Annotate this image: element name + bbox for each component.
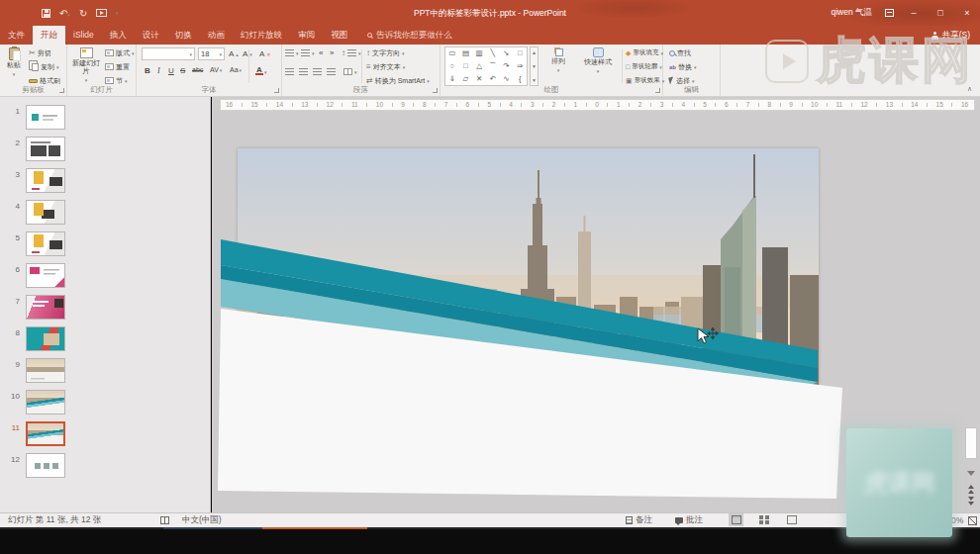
underline-button[interactable]: U: [168, 66, 174, 75]
zoom-level[interactable]: 0%: [951, 513, 963, 527]
slide-thumbnail[interactable]: [26, 453, 65, 478]
text-shadow-button[interactable]: abc: [192, 66, 203, 73]
reading-view-button[interactable]: [784, 513, 799, 526]
quick-styles-button[interactable]: 快速样式▾: [577, 47, 619, 75]
shape-option[interactable]: ╲: [491, 48, 496, 58]
tab-animations[interactable]: 动画: [200, 26, 233, 45]
tab-islide[interactable]: iSlide: [65, 26, 102, 45]
maximize-button[interactable]: □: [933, 8, 947, 18]
tab-transitions[interactable]: 切换: [167, 26, 200, 45]
text-direction-button[interactable]: ↕文字方向▾: [366, 46, 405, 59]
reset-button[interactable]: 重置: [105, 60, 130, 73]
numbering-button[interactable]: ▾: [301, 46, 315, 59]
tab-insert[interactable]: 插入: [102, 26, 135, 45]
decrease-font-button[interactable]: A▾: [243, 47, 252, 60]
shape-option[interactable]: ▱: [463, 74, 469, 84]
arrange-button[interactable]: 排列▾: [543, 47, 573, 74]
slide-thumbnail[interactable]: [26, 200, 65, 225]
tab-review[interactable]: 审阅: [290, 26, 323, 45]
shape-option[interactable]: ↷: [503, 61, 509, 71]
copy-button[interactable]: 复制▾: [29, 60, 59, 73]
save-icon[interactable]: [42, 9, 50, 18]
slide-thumbnail[interactable]: [26, 105, 65, 130]
align-left-button[interactable]: [285, 65, 294, 78]
close-button[interactable]: ×: [960, 8, 974, 18]
shape-option[interactable]: {: [519, 74, 522, 84]
replace-button[interactable]: ab替换▾: [669, 60, 697, 73]
tab-view[interactable]: 视图: [323, 26, 355, 45]
shape-outline-button[interactable]: □形状轮廓▾: [626, 60, 662, 73]
change-case-button[interactable]: Aa▾: [230, 66, 242, 73]
align-center-button[interactable]: [299, 65, 308, 78]
clipboard-dialog-launcher[interactable]: [59, 88, 64, 93]
shape-option[interactable]: ▥: [476, 48, 483, 58]
bold-button[interactable]: B: [145, 66, 150, 75]
shape-option[interactable]: ∿: [503, 74, 509, 84]
paragraph-dialog-launcher[interactable]: [433, 88, 438, 93]
tab-slideshow[interactable]: 幻灯片放映: [233, 26, 291, 45]
line-spacing-button[interactable]: ↕▾: [342, 46, 361, 59]
notes-button[interactable]: 备注: [626, 513, 652, 527]
undo-button[interactable]: ↶▾: [59, 8, 70, 19]
cut-button[interactable]: ✂剪切: [29, 46, 51, 59]
shape-option[interactable]: ▤: [462, 48, 469, 58]
customize-qat-icon[interactable]: ▾: [116, 10, 119, 16]
drawing-dialog-launcher[interactable]: [655, 88, 660, 93]
find-button[interactable]: 查找: [669, 46, 691, 59]
justify-button[interactable]: [327, 65, 336, 78]
spell-check-icon[interactable]: [160, 513, 169, 527]
collapse-ribbon-icon[interactable]: ∧: [967, 85, 972, 93]
shape-option[interactable]: □: [463, 61, 468, 71]
font-dialog-launcher[interactable]: [274, 88, 279, 93]
shape-option[interactable]: ⇓: [449, 74, 455, 84]
slide-thumbnail[interactable]: [26, 390, 65, 415]
strikethrough-button[interactable]: S: [180, 66, 185, 75]
fit-to-window-button[interactable]: [968, 513, 977, 527]
new-slide-button[interactable]: 新建幻灯片▾: [70, 47, 102, 84]
shape-option[interactable]: ✕: [476, 74, 482, 84]
font-name-combo[interactable]: ▾: [142, 47, 195, 60]
tell-me-search[interactable]: 告诉我你想要做什么: [367, 26, 452, 45]
previous-slide-button[interactable]: [966, 484, 976, 494]
tab-file[interactable]: 文件: [0, 26, 33, 45]
columns-button[interactable]: ▾: [343, 65, 357, 78]
font-size-combo[interactable]: 18▾: [198, 47, 225, 60]
slide-thumbnail[interactable]: [26, 326, 65, 351]
language-indicator[interactable]: 中文(中国): [182, 513, 222, 527]
video-progress-track[interactable]: [0, 527, 980, 529]
tab-home[interactable]: 开始: [33, 26, 65, 45]
align-text-button[interactable]: ≡对齐文本▾: [366, 60, 405, 73]
tab-design[interactable]: 设计: [135, 26, 167, 45]
paste-button[interactable]: 粘贴▾: [2, 47, 26, 78]
shape-option[interactable]: ○: [450, 61, 455, 71]
shape-option[interactable]: △: [476, 61, 482, 71]
minimize-button[interactable]: –: [907, 8, 921, 18]
share-button[interactable]: 共享(S): [931, 26, 970, 45]
slide-thumbnail[interactable]: [26, 263, 65, 288]
shape-option[interactable]: ⇒: [517, 61, 523, 71]
align-right-button[interactable]: [313, 65, 322, 78]
slide-thumbnail[interactable]: [26, 137, 65, 161]
shape-option[interactable]: ⌒: [489, 61, 497, 71]
increase-indent-button[interactable]: »: [330, 46, 334, 59]
bullets-button[interactable]: ▾: [285, 46, 299, 59]
italic-button[interactable]: I: [157, 66, 160, 75]
next-slide-button[interactable]: [966, 496, 976, 506]
redo-button[interactable]: ↻: [79, 8, 87, 19]
shape-option[interactable]: ▭: [448, 48, 455, 58]
shape-option[interactable]: □: [518, 48, 523, 58]
scroll-down-icon[interactable]: [967, 471, 975, 476]
normal-view-button[interactable]: [729, 513, 743, 526]
layout-button[interactable]: 版式▾: [105, 46, 135, 59]
slide-thumbnail[interactable]: [26, 421, 65, 446]
slide-thumbnail[interactable]: [26, 358, 65, 383]
scrollbar-thumb[interactable]: [965, 427, 977, 459]
shape-gallery-scroll[interactable]: ▲▼▼: [530, 46, 539, 86]
font-color-button[interactable]: A▾: [255, 66, 267, 75]
clear-formatting-button[interactable]: A✕: [259, 47, 271, 60]
decrease-indent-button[interactable]: «: [319, 46, 323, 59]
shape-option[interactable]: ↘: [503, 48, 509, 58]
slide-sorter-view-button[interactable]: [756, 513, 771, 526]
start-slideshow-icon[interactable]: [96, 9, 107, 17]
slide-thumbnail[interactable]: [26, 231, 65, 256]
